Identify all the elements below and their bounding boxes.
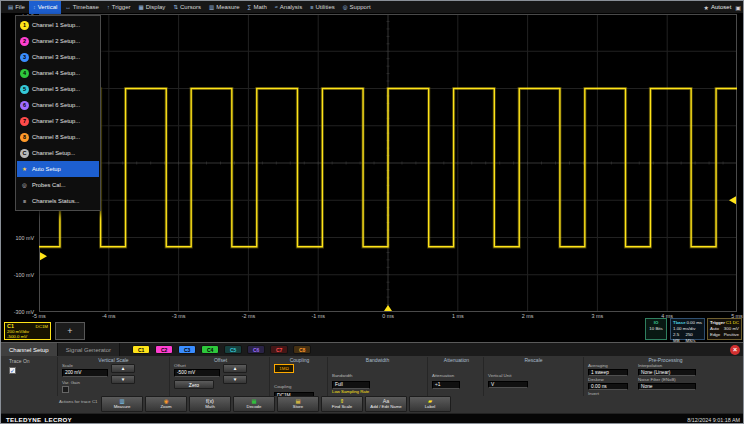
trace-action-button[interactable]: ⇕ Find Scale: [321, 396, 363, 412]
vertical-scale-section: Vertical Scale Scale 200 mV Var. Gain ▲ …: [57, 357, 165, 396]
trace-action-label: Add / Edit Name: [370, 405, 401, 410]
noise-filter-label: Noise Filter (ENoB): [638, 377, 696, 382]
bandwidth-label: Bandwidth: [332, 373, 353, 378]
menu-item-label: Utilities: [315, 4, 334, 10]
menu-item-icon: ↑: [107, 4, 110, 10]
trace-action-label: Zoom: [161, 405, 172, 410]
trace-action-button[interactable]: ▦ Decode: [233, 396, 275, 412]
vertical-menu-item[interactable]: 3 Channel 3 Setup...: [17, 49, 99, 65]
impedance-icon[interactable]: 1MΩ: [274, 364, 294, 373]
menu-item-label: Display: [146, 4, 166, 10]
dialog-tab[interactable]: Signal Generator: [58, 343, 120, 356]
vertical-menu-item[interactable]: 1 Channel 1 Setup...: [17, 17, 99, 33]
menu-item[interactable]: ↕ Vertical: [29, 1, 61, 14]
interpolation-label: Interpolation: [638, 363, 696, 368]
scale-up-button[interactable]: ▲: [111, 364, 135, 373]
deskew-field[interactable]: 0.00 ns: [588, 383, 628, 390]
attenuation-field[interactable]: ÷1: [432, 381, 460, 389]
menu-item[interactable]: ◎ Support: [339, 1, 375, 14]
channel-chip[interactable]: C4: [201, 345, 219, 354]
waveform-display[interactable]: [39, 14, 737, 312]
channel-chip[interactable]: C1: [132, 345, 150, 354]
scale-field[interactable]: 200 mV: [62, 369, 108, 377]
trace-action-button[interactable]: f(x) Math: [189, 396, 231, 412]
interpolation-field[interactable]: None (Linear): [638, 369, 696, 376]
var-gain-checkbox[interactable]: [62, 386, 69, 393]
x-axis-label: 3 ms: [580, 313, 614, 321]
vertical-menu-item[interactable]: 6 Channel 6 Setup...: [17, 97, 99, 113]
horizontal-axis-labels: -5 ms-4 ms-3 ms-2 ms-1 ms0 ms1 ms2 ms3 m…: [22, 313, 744, 321]
menu-item[interactable]: ≡ Utilities: [306, 1, 339, 14]
add-trace-button[interactable]: +: [55, 322, 85, 340]
channel-chip[interactable]: C3: [178, 345, 196, 354]
trace-on-label: Trace On: [9, 359, 55, 364]
c1-trace-descriptor[interactable]: C1 DC1M 200 mV/div -500.0 mV: [4, 322, 51, 340]
offset-down-button[interactable]: ▼: [223, 375, 247, 384]
vertical-menu-item-label: Channels Status...: [32, 198, 79, 204]
trace-on-section: Trace On ✓: [5, 357, 55, 396]
vertical-menu-item[interactable]: 4 Channel 4 Setup...: [17, 65, 99, 81]
menu-item[interactable]: ≈ Analysis: [271, 1, 306, 14]
menu-item[interactable]: ↔ Timebase: [61, 1, 103, 14]
dialog-content: Trace On ✓ Vertical Scale Scale 200 mV V…: [1, 356, 744, 396]
trace-action-button[interactable]: Aa Add / Edit Name: [365, 396, 407, 412]
trace-action-button[interactable]: ▥ Measure: [101, 396, 143, 412]
averaging-field[interactable]: 1 sweep: [588, 369, 628, 376]
menu-item[interactable]: ▦ Display: [134, 1, 169, 14]
dialog-tab[interactable]: Channel Setup: [1, 343, 58, 356]
vertical-menu-item[interactable]: ◎ Probes Cal...: [17, 177, 99, 193]
channel-chip[interactable]: C5: [224, 345, 242, 354]
averaging-label: Averaging: [588, 363, 628, 368]
trigger-type: Edge: [710, 332, 720, 338]
vertical-menu-item[interactable]: ≡ Channels Status...: [17, 193, 99, 209]
offset-up-button[interactable]: ▲: [223, 364, 247, 373]
channel-setup-dialog: Channel Setup Signal Generator C1 C2 C3 …: [1, 342, 744, 413]
menu-item[interactable]: ▤ File: [4, 1, 29, 14]
trigger-slope: Positive: [724, 332, 739, 338]
adc-resolution-box[interactable]: IO 10 Bits: [645, 318, 667, 340]
menu-item-icon: ▦: [138, 4, 143, 10]
vertical-menu-item[interactable]: C Channel Setup...: [17, 145, 99, 161]
menu-item-label: File: [15, 4, 25, 10]
trace-action-button[interactable]: ▰ Label: [409, 396, 451, 412]
menu-item-icon: ∑: [248, 4, 252, 10]
bandwidth-field[interactable]: Full: [332, 381, 370, 389]
status-bar: TELEDYNE LECROY 8/12/2024 9:01:18 AM: [1, 413, 744, 424]
trigger-descriptor[interactable]: Trigger C1 DC Auto 300 mV Edge Positive: [707, 318, 742, 340]
display-grid-icon[interactable]: ▣: [735, 4, 741, 11]
channel-chip[interactable]: C6: [247, 345, 265, 354]
vertical-menu-item[interactable]: 8 Channel 8 Setup...: [17, 129, 99, 145]
offset-field[interactable]: -500 mV: [174, 369, 220, 377]
vertical-menu-item[interactable]: ★ Auto Setup: [17, 161, 99, 177]
channel-chip[interactable]: C7: [270, 345, 288, 354]
dialog-tab-bar: Channel Setup Signal Generator C1 C2 C3 …: [1, 343, 744, 356]
noise-filter-field[interactable]: None: [638, 383, 696, 390]
scale-down-button[interactable]: ▼: [111, 375, 135, 384]
y-axis-label: -100 mV: [1, 271, 37, 279]
autoset-button[interactable]: ★ Autoset: [704, 4, 732, 11]
vertical-menu-item[interactable]: 2 Channel 2 Setup...: [17, 33, 99, 49]
vertical-menu-item[interactable]: 7 Channel 7 Setup...: [17, 113, 99, 129]
vertical-menu-item-label: Channel 5 Setup...: [32, 86, 80, 92]
bandwidth-title: Bandwidth: [332, 357, 423, 363]
autoset-label: Autoset: [711, 4, 731, 10]
dialog-tabs: Channel Setup Signal Generator: [1, 343, 120, 356]
channel-chip[interactable]: C2: [155, 345, 173, 354]
vertical-menu-item[interactable]: 5 Channel 5 Setup...: [17, 81, 99, 97]
menu-item[interactable]: ⇅ Cursors: [169, 1, 205, 14]
timebase-descriptor[interactable]: Tbase 0.00 ms 1.00 ms/div 2.5 MB 250 MS/…: [670, 318, 705, 340]
trace-action-button[interactable]: ▤ Store: [277, 396, 319, 412]
close-dialog-button[interactable]: ×: [730, 345, 740, 355]
vertical-menu-dropdown: 1 Channel 1 Setup... 2 Channel 2 Setup..…: [15, 15, 101, 211]
trace-on-checkbox[interactable]: ✓: [9, 367, 16, 374]
channel-badge-icon: 1: [20, 21, 29, 30]
menu-item[interactable]: ∑ Math: [244, 1, 271, 14]
menu-item[interactable]: ↑ Trigger: [103, 1, 135, 14]
menu-item-icon: ↔: [65, 4, 71, 10]
vertical-unit-field[interactable]: V: [488, 381, 528, 388]
zero-button[interactable]: Zero: [174, 380, 214, 389]
menu-item[interactable]: ▥ Measure: [205, 1, 244, 14]
channel-chips: C1 C2 C3 C4 C5 C6 C7 C8: [132, 345, 311, 354]
trace-action-button[interactable]: ◉ Zoom: [145, 396, 187, 412]
channel-chip[interactable]: C8: [293, 345, 311, 354]
